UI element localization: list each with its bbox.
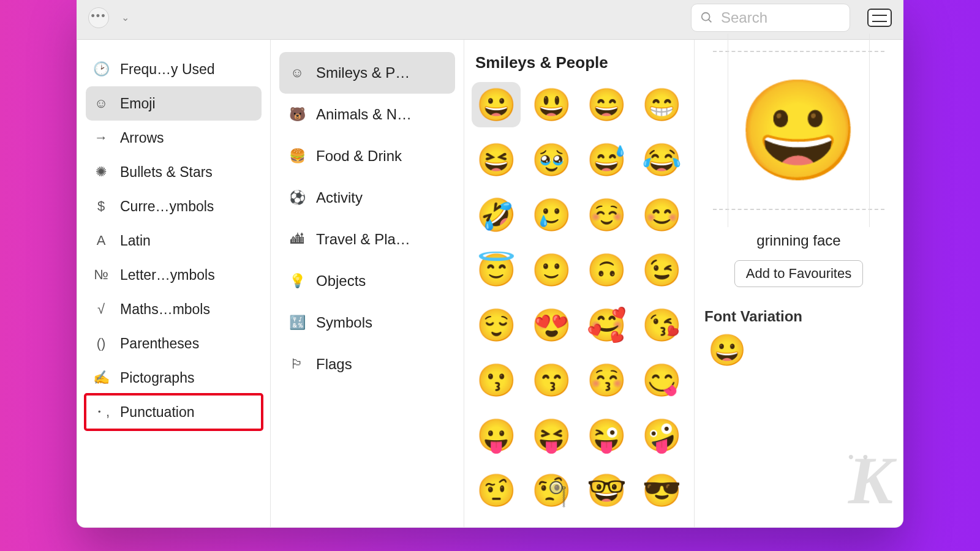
- font-variation-title: Font Variation: [704, 308, 893, 325]
- character-viewer-window: ••• ⌄ Search 🕑Frequ…y Used☺Emoji→Arrows✺…: [77, 0, 903, 528]
- emoji-cell[interactable]: 😆: [472, 137, 521, 182]
- add-to-favourites-button[interactable]: Add to Favourites: [734, 260, 863, 287]
- emoji-category-sidebar: ☺Smileys & P…🐻Animals & N…🍔Food & Drink⚽…: [271, 40, 464, 527]
- emoji-cell[interactable]: 😋: [637, 358, 686, 403]
- emoji-cell[interactable]: 🙃: [582, 247, 631, 293]
- emoji-cell[interactable]: 😉: [637, 247, 686, 293]
- category-icon: $: [92, 197, 110, 216]
- emoji-cell[interactable]: 🥲: [527, 192, 576, 238]
- preview-frame: 😀: [713, 51, 884, 210]
- category-icon: 🕑: [92, 60, 110, 78]
- category-icon: √: [92, 300, 110, 318]
- emoji-cell[interactable]: 😁: [637, 82, 686, 127]
- emoji-category-item[interactable]: 🔣Symbols: [279, 302, 455, 343]
- emoji-category-icon: 🏳: [288, 355, 306, 373]
- emoji-category-item[interactable]: 💡Objects: [279, 260, 455, 302]
- emoji-category-label: Animals & N…: [316, 106, 412, 123]
- category-label: Curre…ymbols: [120, 198, 214, 215]
- emoji-cell[interactable]: 🤪: [637, 413, 686, 458]
- emoji-category-icon: 🔣: [288, 313, 306, 332]
- emoji-cell[interactable]: 🤨: [472, 468, 521, 513]
- category-label: Pictographs: [120, 370, 194, 386]
- emoji-cell[interactable]: 😇: [472, 247, 521, 293]
- category-icon: (): [92, 334, 110, 353]
- emoji-category-icon: 🏙: [288, 230, 306, 249]
- category-item[interactable]: ✍Pictographs: [86, 361, 262, 395]
- emoji-cell[interactable]: 😝: [527, 413, 576, 458]
- category-label: Latin: [120, 233, 151, 249]
- font-variation-emoji[interactable]: 😀: [704, 332, 893, 368]
- emoji-cell[interactable]: 😗: [472, 358, 521, 403]
- keyboard-viewer-button[interactable]: [867, 9, 892, 27]
- more-options-button[interactable]: •••: [88, 7, 109, 28]
- emoji-category-item[interactable]: 🐻Animals & N…: [279, 94, 455, 135]
- emoji-cell[interactable]: 🥹: [527, 137, 576, 182]
- emoji-cell[interactable]: 😙: [527, 358, 576, 403]
- emoji-cell[interactable]: 🥰: [582, 302, 631, 348]
- category-item[interactable]: ☺Emoji: [86, 86, 262, 121]
- emoji-cell[interactable]: 😃: [527, 82, 576, 127]
- emoji-category-label: Smileys & P…: [316, 64, 410, 81]
- emoji-cell[interactable]: 😌: [472, 302, 521, 348]
- emoji-cell[interactable]: 🙂: [527, 247, 576, 293]
- emoji-category-item[interactable]: ☺Smileys & P…: [279, 52, 455, 94]
- emoji-category-icon: 🐻: [288, 105, 306, 124]
- category-item[interactable]: √Maths…mbols: [86, 292, 262, 326]
- emoji-cell[interactable]: 😏: [637, 523, 686, 528]
- emoji-category-label: Symbols: [316, 314, 372, 331]
- category-label: Frequ…y Used: [120, 61, 215, 78]
- emoji-cell[interactable]: 😊: [637, 192, 686, 238]
- category-item[interactable]: ALatin: [86, 223, 262, 258]
- category-label: Letter…ymbols: [120, 267, 215, 283]
- emoji-cell[interactable]: 😂: [637, 137, 686, 182]
- category-item[interactable]: ✺Bullets & Stars: [86, 155, 262, 189]
- svg-point-0: [702, 12, 710, 20]
- preview-name: grinning face: [704, 232, 893, 249]
- category-item[interactable]: ()Parentheses: [86, 326, 262, 361]
- category-icon: ✺: [92, 163, 110, 181]
- emoji-cell[interactable]: 😍: [527, 302, 576, 348]
- emoji-cell[interactable]: 😅: [582, 137, 631, 182]
- emoji-category-item[interactable]: 🍔Food & Drink: [279, 135, 455, 177]
- category-label: Emoji: [120, 96, 156, 112]
- emoji-cell[interactable]: 🧐: [527, 468, 576, 513]
- category-icon: A: [92, 231, 110, 250]
- emoji-category-item[interactable]: ⚽Activity: [279, 177, 455, 219]
- search-input[interactable]: Search: [691, 4, 850, 32]
- emoji-cell[interactable]: 🤣: [472, 192, 521, 238]
- chevron-down-icon[interactable]: ⌄: [121, 12, 129, 23]
- category-label: Bullets & Stars: [120, 164, 213, 181]
- emoji-cell[interactable]: 🤓: [582, 468, 631, 513]
- emoji-category-icon: ⚽: [288, 189, 306, 207]
- emoji-cell[interactable]: 🥸: [472, 523, 521, 528]
- emoji-cell[interactable]: 😄: [582, 82, 631, 127]
- emoji-category-item[interactable]: 🏳Flags: [279, 343, 455, 385]
- category-icon: ☺: [92, 94, 110, 113]
- emoji-cell[interactable]: 😛: [472, 413, 521, 458]
- category-item[interactable]: →Arrows: [86, 121, 262, 155]
- svg-line-1: [709, 19, 712, 22]
- emoji-cell[interactable]: ☺️: [582, 192, 631, 238]
- watermark: • •K: [848, 448, 889, 520]
- emoji-category-label: Food & Drink: [316, 148, 402, 165]
- category-item[interactable]: №Letter…ymbols: [86, 258, 262, 292]
- category-label: Parentheses: [120, 335, 199, 352]
- emoji-category-label: Flags: [316, 356, 352, 373]
- emoji-category-icon: ☺: [288, 64, 306, 82]
- preview-emoji: 😀: [737, 73, 860, 188]
- emoji-category-item[interactable]: 🏙Travel & Pla…: [279, 219, 455, 260]
- toolbar: ••• ⌄ Search: [77, 0, 903, 40]
- emoji-cell[interactable]: 😚: [582, 358, 631, 403]
- category-item[interactable]: 🕑Frequ…y Used: [86, 52, 262, 86]
- emoji-cell[interactable]: 🥳: [582, 523, 631, 528]
- emoji-cell[interactable]: 😘: [637, 302, 686, 348]
- emoji-cell[interactable]: 🤩: [527, 523, 576, 528]
- emoji-cell[interactable]: 😀: [472, 82, 521, 127]
- emoji-cell[interactable]: 😎: [637, 468, 686, 513]
- category-item[interactable]: $Curre…ymbols: [86, 189, 262, 223]
- emoji-grid-panel: Smileys & People 😀😃😄😁😆🥹😅😂🤣🥲☺️😊😇🙂🙃😉😌😍🥰😘😗😙…: [464, 40, 695, 527]
- category-icon: ✍: [92, 369, 110, 387]
- category-item[interactable]: ・,Punctuation: [86, 395, 262, 429]
- emoji-cell[interactable]: 😜: [582, 413, 631, 458]
- grid-title: Smileys & People: [470, 51, 688, 80]
